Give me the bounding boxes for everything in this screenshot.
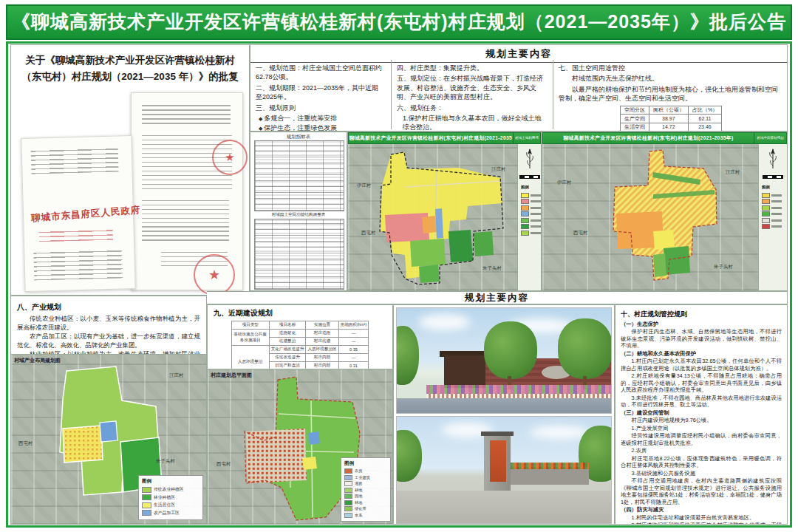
plan-positioning: 五、规划定位：在乡村振兴战略背景下，打造经济发展、村容整洁、设施齐全、生态安全、… xyxy=(397,74,546,101)
principles-list: 多规合一，注重统筹安排 保护生态，注重绿色发展 分类对待，强调因地制宜 保护文脉… xyxy=(259,114,384,132)
landuse-map-panel: 聊城高新技术产业开发区许营镇松桂新村(东屯村)村庄规划(2021-2035年) … xyxy=(347,132,542,291)
rules-p: 经营性建设用地调整应经村民小组确认，由村委会审查同意，逐级报村庄规划审批机关批准… xyxy=(621,432,782,446)
masterplan-legend: 图例 农房 工业建筑 道路 耕地 园地 林地 绿化带 水系 xyxy=(341,457,391,522)
scale-bar xyxy=(763,175,783,179)
plan-tasks-title: 六、规划任务： xyxy=(397,103,546,112)
task-item: 1.保护村庄耕地与永久基本农田，做好全域土地综合整治。 xyxy=(403,114,546,132)
rules-p: （一）生态保护 xyxy=(621,321,782,327)
rules-p: 1.村民的住宅选址和建设须避开自然灾害易发地区。 xyxy=(621,514,782,521)
nearterm-panel: 九、近期建设规划 项目类型 项目名称 实施位置 用地面积(hm²) 基础设施及公… xyxy=(207,304,393,525)
rules-p: 3.基础设施和公共服务设施 xyxy=(621,470,782,477)
map-label-w: 西屯村 xyxy=(573,230,588,236)
map-label-ne: 汪庄村 xyxy=(726,169,740,175)
legend-item: 耕地 xyxy=(344,488,387,493)
village-gate-rendering xyxy=(396,416,612,524)
map-label-nw: 伊庄村 xyxy=(557,180,572,185)
control-map-panel: 聊城高新技术产业开发区许营镇松桂新村(东屯村)村庄规划(2021-2035年) … xyxy=(542,132,788,291)
map2-title: 聊城高新技术产业开发区许营镇松桂新村(东屯村)村庄规划(2021-2035年) xyxy=(543,133,754,143)
legend-item: 道路 xyxy=(344,481,387,486)
legend-item: 传统农业种植区 xyxy=(142,486,200,493)
map-label-se: 朱子头村 xyxy=(714,264,733,270)
approval-title-line1: 关于《聊城高新技术产业开发区许营镇松桂新村 xyxy=(11,52,249,69)
document-scan-left: 聊城市东昌府区人民政府 xyxy=(21,135,135,292)
north-compass-icon xyxy=(767,148,779,170)
masterplan-map-title: 村庄规划总平面图 xyxy=(211,372,252,379)
approval-title-line2: （东屯村）村庄规划（2021—2035 年）》的批复 xyxy=(11,69,249,85)
plan-principles-title: 三、规划原则 xyxy=(256,103,384,112)
stats-tables-panel: 规划指标表 村域国土空间功能结构调整表 xyxy=(250,132,347,291)
industry-p1: 传统农业种植区：以小麦、玉米等传统粮食作物种植为主，开展高标准农田建设。 xyxy=(17,315,200,332)
plaza-ground xyxy=(397,491,612,523)
map-label-se: 朱子头村 xyxy=(482,265,502,271)
map-label-ne: 汪庄村 xyxy=(491,166,506,172)
map2-side-label: 村域空间管制规划图 xyxy=(754,133,786,143)
map-label-ne: 汪庄村 xyxy=(169,372,184,378)
overview-col-1: 一、规划范围：村庄全域国土空间总面积约62.78公顷。 二、规划期限：2021—… xyxy=(250,61,389,129)
overview-col-2: 四、村庄类型：集聚提升类。 五、规划定位：在乡村振兴战略背景下，打造经济发展、村… xyxy=(392,61,551,129)
table-header: 项目名称 xyxy=(269,321,306,330)
legend-item: 绿化带 xyxy=(344,506,387,511)
industry-heading: 八、产业规划 xyxy=(17,302,200,313)
document-red-lines xyxy=(39,230,113,242)
masterplan-map-canvas: 村庄规划总平面图 西屯村 图例 农房 工业建筑 道路 xyxy=(208,369,392,525)
table-cell: — xyxy=(338,330,369,338)
wooden-gate xyxy=(444,355,485,388)
rules-p: 2.村庄道路间距和宽度的设置应符合村庄消防安全的要求，不得少于4米；道路为消防通… xyxy=(621,522,782,525)
plan-period: 二、规划期限：2021—2035年，其中近期至2025年。 xyxy=(256,83,384,102)
map-label-nw: 伊庄村 xyxy=(357,183,372,188)
legend-item: 工业建筑 xyxy=(344,475,387,480)
tree xyxy=(558,318,612,379)
road xyxy=(397,398,612,413)
table-header: 面积（公顷） xyxy=(649,106,688,115)
rules-p: 2.村庄耕地保有量34.13公顷，不得随意占用耕地；确需占用的，应经村民小组确认… xyxy=(621,372,782,393)
rules-p: （四）防灾与减灾 xyxy=(621,506,782,513)
legend-item xyxy=(521,218,541,223)
landuse-title: 七、国土空间用途管控 xyxy=(559,64,783,72)
rules-p: 2.农房 xyxy=(621,447,782,454)
legend-item xyxy=(762,193,782,198)
government-red-heading: 聊城市东昌府区人民政府 xyxy=(31,204,141,225)
legend-item xyxy=(762,211,782,216)
plan-scope: 一、规划范围：村庄全域国土空间总面积约62.78公顷。 xyxy=(256,64,384,82)
map1-legend-title: 图例 xyxy=(521,185,529,190)
planning-indicator-table xyxy=(254,140,344,211)
rules-p: 1.村庄内已划定永久基本农田32.65公顷，任何单位和个人不得擅自占用或改变用途… xyxy=(621,358,782,372)
rules-panel: 十、村庄规划管控规则 （一）生态保护 保护村庄内生态林、水域、自然保留地等生态用… xyxy=(615,304,788,525)
document-text-lines xyxy=(31,147,119,174)
table-cell: 生活空间 xyxy=(620,123,649,132)
map1-zones: 伊庄村 汪庄村 西屯村 朱子头村 xyxy=(348,144,517,290)
principle-item: 多规合一，注重统筹安排 xyxy=(259,114,384,123)
table-cell: 村庄内部 xyxy=(306,354,338,362)
map-label-se: 朱子头村 xyxy=(156,458,175,464)
village-type: 四、村庄类型：集聚提升类。 xyxy=(397,64,546,72)
table-cell: 道路硬化 xyxy=(269,330,306,338)
table-cell: — xyxy=(338,338,369,346)
document-text-lines xyxy=(33,248,123,280)
landuse-p1: 村域范围内无生态保护红线。 xyxy=(559,74,783,83)
table-cell: 38.97 xyxy=(649,115,688,123)
table-cell: 生产空间 xyxy=(620,115,649,123)
gate-wall xyxy=(508,467,589,485)
legend-item: 林地 xyxy=(344,500,387,505)
overview-col-3: 七、国土空间用途管控 村域范围内无生态保护红线。 以最严格的耕地保护和节约用地制… xyxy=(553,61,788,129)
legend-item xyxy=(521,193,541,198)
overview-section-title: 规划主要内容 xyxy=(250,45,787,63)
table-header: 占比（%） xyxy=(688,106,721,115)
legend-item: 水系 xyxy=(344,513,387,518)
map2-canvas: 伊庄村 汪庄村 西屯村 朱子头村 xyxy=(542,144,758,290)
table-cell: 62.11 xyxy=(688,115,721,123)
rules-p: 村庄内建设用地规模为9.76公顷。 xyxy=(621,417,782,423)
map2-legend-title: 图例 xyxy=(762,185,770,190)
legend-item xyxy=(521,205,541,211)
rules-heading: 十、村庄规划管控规则 xyxy=(621,310,782,319)
document-text-lines xyxy=(142,102,231,124)
second-section-title: 规划主要内容 xyxy=(207,292,787,304)
legend-item: 林业种植区 xyxy=(142,494,200,501)
official-seal-icon: ★ xyxy=(212,140,248,175)
industry-legend: 图例 传统农业种植区 林业种植区 生活居住区 农产品加工区 xyxy=(138,475,203,520)
legend-title: 图例 xyxy=(142,478,200,485)
map-label-w: 西屯村 xyxy=(216,461,231,467)
legend-item xyxy=(762,205,782,211)
announcement-poster: 《聊城高新技术产业开发区许营镇松桂新村(东屯村)村庄规划（2021—2035年）… xyxy=(0,0,798,532)
renderings-panel xyxy=(393,304,615,525)
